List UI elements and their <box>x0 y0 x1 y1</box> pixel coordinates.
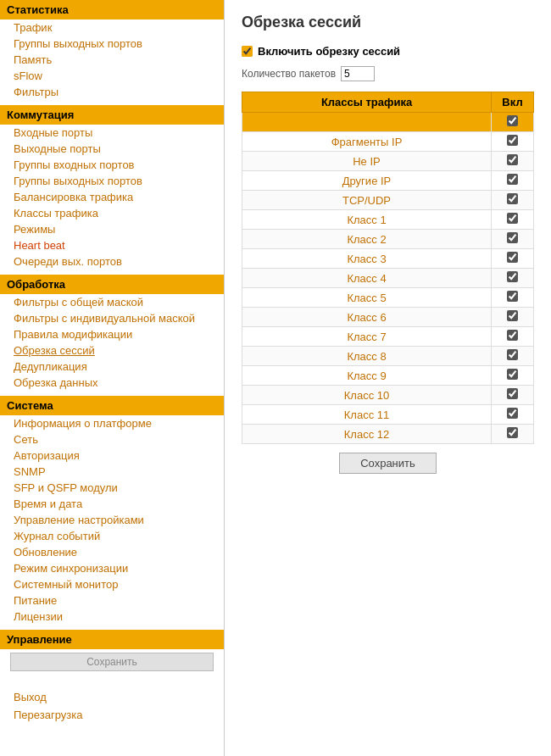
sidebar-item-traffic-classes[interactable]: Классы трафика <box>0 205 224 221</box>
row-class-label: Класс 1 <box>242 210 492 230</box>
table-row: Класс 6 <box>242 308 534 327</box>
sidebar-item-session-trimming[interactable]: Обрезка сессий <box>0 342 224 359</box>
sidebar-item-individual-mask-filters[interactable]: Фильтры с индивидуальной маской <box>0 310 224 326</box>
sidebar-item-deduplication[interactable]: Дедупликация <box>0 359 224 375</box>
row-checkbox-cell <box>492 425 534 444</box>
row-enable-checkbox[interactable] <box>507 330 518 341</box>
row-class-label: Класс 12 <box>242 425 492 444</box>
sidebar-item-snmp[interactable]: SNMP <box>0 464 224 480</box>
row-class-label: Класс 6 <box>242 308 492 327</box>
sidebar-item-traffic-balancing[interactable]: Балансировка трафика <box>0 189 224 205</box>
sidebar-item-output-port-groups2[interactable]: Группы выходных портов <box>0 173 224 189</box>
sidebar-item-sfp-qsfp[interactable]: SFP и QSFP модули <box>0 480 224 496</box>
page-title: Обрезка сессий <box>242 14 534 31</box>
sidebar-item-output-ports[interactable]: Выходные порты <box>0 141 224 157</box>
row-checkbox-cell <box>492 249 534 269</box>
row-enable-checkbox[interactable] <box>507 154 518 165</box>
table-row: Класс 2 <box>242 230 534 249</box>
sidebar: Статистика Трафик Группы выходных портов… <box>0 0 225 756</box>
sidebar-item-modification-rules[interactable]: Правила модификации <box>0 326 224 342</box>
row-checkbox-cell <box>492 269 534 288</box>
sidebar-item-modes[interactable]: Режимы <box>0 221 224 237</box>
sidebar-item-platform-info[interactable]: Информация о платформе <box>0 415 224 431</box>
table-row: Не IP <box>242 152 534 171</box>
table-row: Класс 10 <box>242 386 534 405</box>
table-row: Другие IP <box>242 171 534 191</box>
sidebar-section-system: Система <box>0 396 224 415</box>
table-row: TCP/UDP <box>242 191 534 210</box>
sidebar-item-settings-mgmt[interactable]: Управление настройками <box>0 512 224 528</box>
sidebar-item-reboot[interactable]: Перезагрузка <box>0 706 224 724</box>
row-enable-checkbox[interactable] <box>507 252 518 263</box>
enable-checkbox[interactable] <box>242 46 253 57</box>
sidebar-item-power[interactable]: Питание <box>0 592 224 609</box>
sidebar-item-system-monitor[interactable]: Системный монитор <box>0 576 224 592</box>
sidebar-item-sync-mode[interactable]: Режим синхронизации <box>0 560 224 576</box>
row-class-label: Другие IP <box>242 171 492 191</box>
row-enable-checkbox[interactable] <box>507 232 518 243</box>
row-enable-checkbox[interactable] <box>507 291 518 302</box>
table-row: Фрагменты IP <box>242 132 534 152</box>
sidebar-item-sflow[interactable]: sFlow <box>0 68 224 84</box>
row-class-label: Класс 3 <box>242 249 492 269</box>
row-enable-checkbox[interactable] <box>507 408 518 419</box>
sidebar-item-time-date[interactable]: Время и дата <box>0 496 224 512</box>
packets-label: Количество пакетов <box>242 68 336 80</box>
sidebar-item-auth[interactable]: Авторизация <box>0 447 224 464</box>
sidebar-item-filters[interactable]: Фильтры <box>0 84 224 100</box>
sidebar-item-data-trimming[interactable]: Обрезка данных <box>0 375 224 391</box>
row-enable-checkbox[interactable] <box>507 349 518 360</box>
col-enable-header: Вкл <box>492 92 534 113</box>
table-row: Класс 8 <box>242 347 534 366</box>
table-row: Класс 4 <box>242 269 534 288</box>
row-checkbox-cell <box>492 230 534 249</box>
row-enable-checkbox[interactable] <box>507 271 518 282</box>
row-enable-checkbox[interactable] <box>507 310 518 321</box>
table-row: Класс 11 <box>242 405 534 425</box>
row-enable-checkbox[interactable] <box>507 193 518 204</box>
sidebar-item-input-ports[interactable]: Входные порты <box>0 125 224 141</box>
table-row: Класс 5 <box>242 288 534 308</box>
sidebar-item-traffic[interactable]: Трафик <box>0 19 224 36</box>
sidebar-save-button[interactable]: Сохранить <box>10 653 214 671</box>
row-enable-checkbox[interactable] <box>507 115 518 126</box>
sidebar-item-update[interactable]: Обновление <box>0 544 224 560</box>
row-checkbox-cell <box>492 405 534 425</box>
sidebar-section-processing: Обработка <box>0 275 224 294</box>
row-checkbox-cell <box>492 113 534 132</box>
row-class-label: Класс 5 <box>242 288 492 308</box>
row-class-label: Класс 2 <box>242 230 492 249</box>
packets-input[interactable] <box>341 66 375 81</box>
save-button[interactable]: Сохранить <box>339 453 437 474</box>
row-enable-checkbox[interactable] <box>507 213 518 224</box>
row-checkbox-cell <box>492 327 534 347</box>
row-enable-checkbox[interactable] <box>507 369 518 380</box>
sidebar-item-output-queues[interactable]: Очереди вых. портов <box>0 253 224 270</box>
sidebar-item-output-port-groups[interactable]: Группы выходных портов <box>0 36 224 52</box>
row-checkbox-cell <box>492 386 534 405</box>
sidebar-item-heartbeat[interactable]: Heart beat <box>0 237 224 253</box>
table-row: Класс 12 <box>242 425 534 444</box>
row-class-label: TCP/UDP <box>242 191 492 210</box>
sidebar-section-management: Управление <box>0 630 224 649</box>
sidebar-item-common-mask-filters[interactable]: Фильтры с общей маской <box>0 294 224 310</box>
row-checkbox-cell <box>492 152 534 171</box>
row-enable-checkbox[interactable] <box>507 174 518 185</box>
save-button-row: Сохранить <box>242 453 534 474</box>
row-enable-checkbox[interactable] <box>507 135 518 146</box>
row-enable-checkbox[interactable] <box>507 427 518 438</box>
sidebar-item-memory[interactable]: Память <box>0 52 224 68</box>
sidebar-item-input-port-groups[interactable]: Группы входных портов <box>0 157 224 173</box>
packets-row: Количество пакетов <box>242 66 534 81</box>
row-checkbox-cell <box>492 210 534 230</box>
row-class-label: Класс 11 <box>242 405 492 425</box>
row-class-label: Класс 9 <box>242 366 492 386</box>
sidebar-item-event-log[interactable]: Журнал событий <box>0 528 224 544</box>
sidebar-item-network[interactable]: Сеть <box>0 431 224 447</box>
row-enable-checkbox[interactable] <box>507 388 518 399</box>
sidebar-item-logout[interactable]: Выход <box>0 688 224 706</box>
row-class-label: Не IP <box>242 152 492 171</box>
row-class-label: Фрагменты IP <box>242 132 492 152</box>
sidebar-item-licenses[interactable]: Лицензии <box>0 609 224 625</box>
table-row: Класс 3 <box>242 249 534 269</box>
